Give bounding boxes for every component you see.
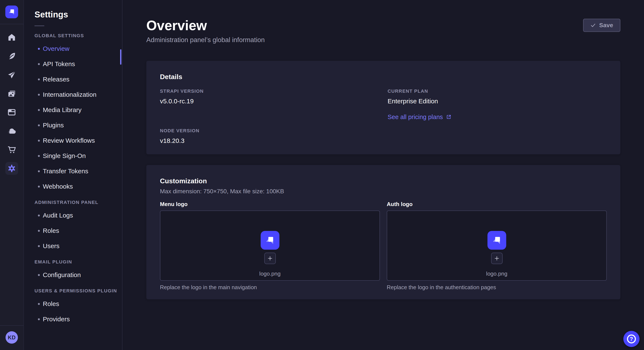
strapi-logo-icon	[8, 8, 16, 16]
bullet-dot	[38, 245, 40, 247]
settings-nav-list: Global Settings Overview API Tokens Rele…	[24, 32, 122, 327]
rail-bottom: KD	[0, 325, 24, 350]
details-grid-spacer	[388, 128, 607, 145]
details-card-title: Details	[160, 72, 607, 81]
content-type-builder-nav-button[interactable]	[2, 103, 21, 122]
subnav-item-api-tokens[interactable]: API Tokens	[24, 56, 122, 72]
subnav-item-email-configuration[interactable]: Configuration	[24, 267, 122, 283]
current-plan-label: Current plan	[388, 88, 607, 94]
bullet-dot	[38, 94, 40, 96]
settings-nav-button[interactable]	[2, 159, 21, 178]
details-grid: Strapi Version v5.0.0-rc.19 Current plan…	[160, 88, 607, 145]
rail-nav	[2, 24, 21, 325]
menu-logo-helper: Replace the logo in the main navigation	[160, 284, 380, 291]
main-nav-rail: KD	[0, 0, 24, 350]
current-plan-value: Enterprise Edition	[388, 97, 607, 105]
deploy-nav-button[interactable]	[2, 122, 21, 140]
subnav-item-media-library[interactable]: Media Library	[24, 102, 122, 118]
auth-logo-filename: logo.png	[486, 270, 508, 277]
strapi-version-label: Strapi Version	[160, 88, 379, 94]
subnav-item-webhooks[interactable]: Webhooks	[24, 179, 122, 194]
save-button[interactable]: Save	[583, 19, 620, 32]
section-label: Users & Permissions plugin	[24, 288, 122, 294]
strapi-logo-icon	[491, 234, 502, 246]
strapi-version-field: Strapi Version v5.0.0-rc.19	[160, 88, 379, 121]
auth-logo-add-button[interactable]	[491, 253, 502, 264]
bullet-dot	[38, 170, 40, 172]
marketplace-nav-button[interactable]	[2, 140, 21, 159]
plus-icon	[494, 256, 500, 261]
home-nav-button[interactable]	[2, 28, 21, 47]
bullet-dot	[38, 63, 40, 65]
menu-logo-dropzone[interactable]: logo.png	[160, 210, 380, 281]
subnav-item-up-providers[interactable]: Providers	[24, 312, 122, 327]
subnav-item-transfer-tokens[interactable]: Transfer Tokens	[24, 164, 122, 179]
rail-bottom-divider	[0, 325, 24, 326]
subnav-item-single-sign-on[interactable]: Single Sign-On	[24, 148, 122, 164]
details-card: Details Strapi Version v5.0.0-rc.19 Curr…	[146, 61, 620, 154]
subnav-item-overview[interactable]: Overview	[24, 41, 122, 56]
bullet-dot	[38, 303, 40, 305]
subnav-scrollbar-thumb[interactable]	[120, 49, 122, 65]
home-icon	[7, 33, 16, 42]
customization-card-subtitle: Max dimension: 750×750, Max file size: 1…	[160, 187, 607, 195]
check-icon	[590, 22, 596, 28]
menu-logo-label: Menu logo	[160, 201, 380, 207]
cart-icon	[7, 145, 16, 154]
pricing-plans-link[interactable]: See all pricing plans	[388, 113, 452, 121]
subnav-item-admin-roles[interactable]: Roles	[24, 223, 122, 238]
main-content: Overview Administration panel’s global i…	[122, 0, 644, 350]
settings-active-pill	[5, 162, 18, 175]
bullet-dot	[38, 109, 40, 111]
strapi-logo[interactable]	[5, 5, 18, 18]
paper-plane-icon	[7, 70, 16, 80]
bullet-dot	[38, 274, 40, 276]
section-administration-panel: Administration panel Audit Logs Roles Us…	[24, 199, 122, 254]
gear-icon	[8, 164, 16, 173]
auth-logo-preview	[488, 231, 506, 250]
pricing-plans-link-label: See all pricing plans	[388, 113, 443, 121]
subnav-item-audit-logs[interactable]: Audit Logs	[24, 208, 122, 223]
page-header: Overview Administration panel’s global i…	[146, 18, 620, 44]
pictures-icon	[7, 89, 16, 98]
plus-icon	[267, 256, 273, 261]
bullet-dot	[38, 186, 40, 187]
strapi-version-value: v5.0.0-rc.19	[160, 97, 379, 105]
auth-logo-dropzone[interactable]: logo.png	[387, 210, 607, 281]
user-avatar[interactable]: KD	[6, 331, 18, 344]
page-subtitle: Administration panel’s global informatio…	[146, 36, 265, 44]
auth-logo-label: Auth logo	[387, 201, 607, 207]
node-version-value: v18.20.3	[160, 137, 379, 145]
external-link-icon	[446, 114, 452, 120]
customization-card-title: Customization	[160, 176, 607, 185]
auth-logo-helper: Replace the logo in the authentication p…	[387, 284, 607, 291]
content-manager-nav-button[interactable]	[2, 47, 21, 65]
subnav-item-releases[interactable]: Releases	[24, 72, 122, 87]
customization-card: Customization Max dimension: 750×750, Ma…	[146, 165, 620, 299]
section-global-settings: Global Settings Overview API Tokens Rele…	[24, 32, 122, 194]
media-library-nav-button[interactable]	[2, 84, 21, 103]
bullet-dot	[38, 124, 40, 126]
subnav-title-rule	[34, 25, 44, 26]
bullet-dot	[38, 318, 40, 320]
subnav-item-review-workflows[interactable]: Review Workflows	[24, 133, 122, 148]
page-header-text: Overview Administration panel’s global i…	[146, 18, 265, 44]
menu-logo-add-button[interactable]	[264, 253, 276, 264]
subnav-item-admin-users[interactable]: Users	[24, 238, 122, 254]
page-title: Overview	[146, 18, 265, 33]
strapi-logo-icon	[264, 234, 276, 246]
cloud-icon	[7, 126, 16, 136]
subnav-title: Settings	[34, 9, 122, 19]
bullet-dot	[38, 140, 40, 142]
help-button[interactable]: ?	[623, 331, 640, 347]
current-plan-field: Current plan Enterprise Edition See all …	[388, 88, 607, 121]
releases-nav-button[interactable]	[2, 65, 21, 84]
subnav-item-plugins[interactable]: Plugins	[24, 118, 122, 133]
node-version-label: Node Version	[160, 128, 379, 134]
subnav-item-up-roles[interactable]: Roles	[24, 296, 122, 312]
bullet-dot	[38, 155, 40, 157]
feather-icon	[7, 51, 16, 61]
settings-subnav: Settings Global Settings Overview API To…	[24, 0, 122, 350]
section-email-plugin: Email Plugin Configuration	[24, 259, 122, 283]
subnav-item-internationalization[interactable]: Internationalization	[24, 87, 122, 102]
